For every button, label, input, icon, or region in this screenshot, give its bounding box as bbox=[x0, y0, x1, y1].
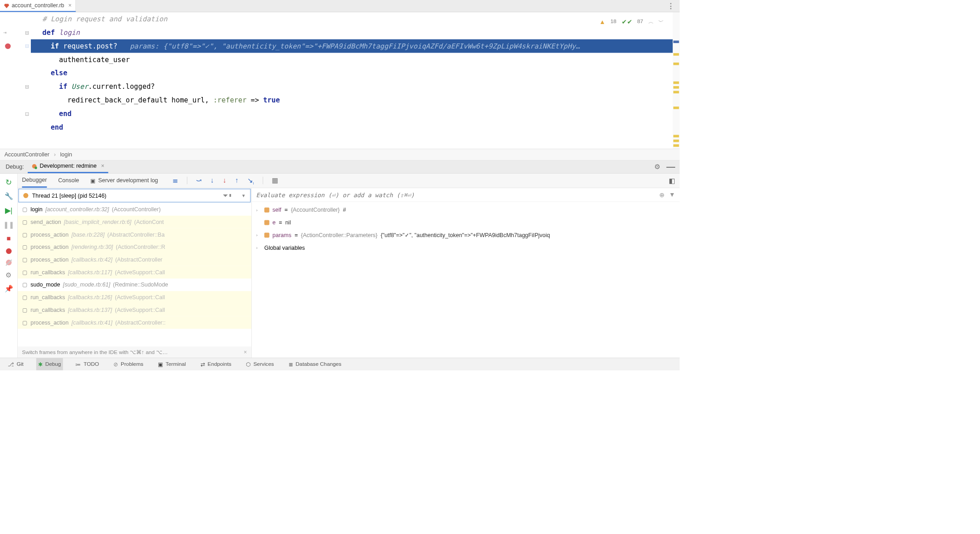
variable-row[interactable]: ›Global variables bbox=[252, 242, 680, 254]
variable-row[interactable]: ›params = {ActionController::Parameters}… bbox=[252, 229, 680, 242]
filter-icon[interactable]: ⏷▮ bbox=[222, 192, 232, 199]
next-highlight-icon[interactable]: ﹀ bbox=[658, 18, 664, 25]
show-execution-point-icon[interactable]: ≣ bbox=[172, 176, 178, 184]
mute-breakpoints-icon[interactable] bbox=[6, 260, 11, 265]
evaluate-expression-row: ⊕ ▼ bbox=[252, 188, 680, 202]
tab-server-log[interactable]: ▣Server development log bbox=[90, 174, 158, 188]
inline-variable-hint: params: {"utf8"=>"✓", "authenticity_toke… bbox=[130, 42, 580, 50]
evaluate-input[interactable] bbox=[256, 191, 655, 198]
pause-program-icon[interactable]: ❚❚ bbox=[3, 221, 15, 229]
sb-terminal[interactable]: ▣Terminal bbox=[156, 358, 188, 370]
frame-icon: ▢ bbox=[22, 282, 28, 288]
code-comment: # Login request and validation bbox=[42, 15, 167, 23]
editor-tab-bar: account_controller.rb × ⋮ bbox=[0, 0, 680, 12]
warning-icon: ▲ bbox=[599, 18, 606, 25]
debug-session-tab[interactable]: Development: redmine × bbox=[28, 160, 108, 173]
stack-frame[interactable]: ▢login [account_controller.rb:32] (Accou… bbox=[18, 203, 251, 216]
variables-pane: ⊕ ▼ ›self = {AccountController} #e = nil… bbox=[252, 188, 680, 358]
sb-debug[interactable]: ✱Debug bbox=[36, 358, 63, 370]
frame-icon: ▢ bbox=[22, 319, 28, 326]
close-session-icon[interactable]: × bbox=[101, 163, 104, 170]
step-out-icon[interactable]: ↑ bbox=[235, 176, 239, 184]
hide-panel-icon[interactable]: — bbox=[666, 162, 675, 172]
stack-frame[interactable]: ▢sudo_mode [sudo_mode.rb:61] (Redmine::S… bbox=[18, 278, 251, 291]
breadcrumb-method[interactable]: login bbox=[60, 151, 72, 158]
breakpoint-icon[interactable] bbox=[5, 43, 10, 49]
fold-end-icon[interactable]: ⊡ bbox=[25, 111, 29, 117]
sb-todo[interactable]: ≔TODO bbox=[74, 358, 101, 370]
settings-gear-icon[interactable]: ⚙ bbox=[654, 163, 661, 171]
stack-frame[interactable]: ▢process_action [base.rb:228] (AbstractC… bbox=[18, 228, 251, 241]
debug-tool-window-header: Debug: Development: redmine × ⚙ — bbox=[0, 160, 680, 174]
stack-frame[interactable]: ▢run_callbacks [callbacks.rb:117] (Activ… bbox=[18, 266, 251, 279]
debug-panel-body: ↻ 🔧 ▶| ❚❚ ■ ⚙ 📌 Debugger Console ▣Server… bbox=[0, 174, 680, 358]
layout-settings-icon[interactable]: ◧ bbox=[669, 176, 676, 184]
fold-icon[interactable]: ⊟ bbox=[25, 43, 29, 49]
structure-breadcrumb[interactable]: AccountController › login bbox=[0, 149, 680, 160]
stack-frame[interactable]: ▢process_action [callbacks.rb:41] (Abstr… bbox=[18, 316, 251, 329]
bug-icon: ✱ bbox=[38, 361, 43, 368]
error-stripe[interactable] bbox=[673, 12, 680, 149]
stack-frame[interactable]: ▢run_callbacks [callbacks.rb:137] (Activ… bbox=[18, 304, 251, 316]
close-tab-icon[interactable]: × bbox=[69, 2, 72, 9]
sb-database-changes[interactable]: ≣Database Changes bbox=[286, 358, 343, 370]
variable-row[interactable]: ›self = {AccountController} # bbox=[252, 204, 680, 216]
stack-frame[interactable]: ▢process_action [rendering.rb:30] (Actio… bbox=[18, 241, 251, 253]
prev-highlight-icon[interactable]: ︿ bbox=[648, 18, 654, 25]
debug-side-toolbar: ↻ 🔧 ▶| ❚❚ ■ ⚙ 📌 bbox=[0, 174, 18, 358]
view-breakpoints-icon[interactable] bbox=[6, 248, 11, 254]
modify-run-config-icon[interactable]: 🔧 bbox=[5, 192, 13, 200]
file-tab[interactable]: account_controller.rb × bbox=[0, 0, 76, 12]
code-editor[interactable]: ▲18 ✔✔87 ︿ ﹀ # Login request and validat… bbox=[0, 12, 680, 149]
rerun-icon[interactable]: ↻ bbox=[5, 178, 12, 187]
git-branch-icon: ⎇ bbox=[8, 361, 15, 368]
run-to-cursor-icon[interactable]: ↘I bbox=[247, 176, 254, 185]
dropdown-icon[interactable]: ▼ bbox=[241, 193, 246, 198]
sb-problems[interactable]: ⊘Problems bbox=[112, 358, 145, 370]
stack-frame[interactable]: ▢run_callbacks [callbacks.rb:126] (Activ… bbox=[18, 291, 251, 304]
variable-row[interactable]: e = nil bbox=[252, 216, 680, 229]
frames-list[interactable]: ▢login [account_controller.rb:32] (Accou… bbox=[18, 203, 251, 346]
file-tab-label: account_controller.rb bbox=[12, 2, 64, 9]
gutter-collapse-icon[interactable]: ⇥ bbox=[3, 30, 7, 35]
sb-services[interactable]: ⬡Services bbox=[244, 358, 276, 370]
frame-icon: ▢ bbox=[22, 294, 28, 301]
frame-icon: ▢ bbox=[22, 306, 28, 313]
sb-git[interactable]: ⎇Git bbox=[5, 358, 25, 370]
variables-list[interactable]: ›self = {AccountController} #e = nil›par… bbox=[252, 202, 680, 358]
fold-icon[interactable]: ⊟ bbox=[25, 83, 29, 89]
stop-program-icon[interactable]: ■ bbox=[6, 234, 10, 243]
step-over-icon[interactable]: ⤻ bbox=[196, 176, 201, 184]
stack-frame[interactable]: ▢process_action [callbacks.rb:42] (Abstr… bbox=[18, 253, 251, 266]
force-step-into-icon[interactable]: ↓ bbox=[223, 176, 226, 184]
fold-icon[interactable]: ⊟ bbox=[25, 29, 29, 35]
evaluate-expression-icon[interactable]: ▦ bbox=[272, 176, 279, 184]
tab-debugger[interactable]: Debugger bbox=[22, 174, 47, 188]
stack-frame[interactable]: ▢send_action [basic_implicit_render.rb:6… bbox=[18, 216, 251, 228]
close-tip-icon[interactable]: × bbox=[244, 349, 247, 355]
code-analysis-badges[interactable]: ▲18 ✔✔87 ︿ ﹀ bbox=[599, 18, 664, 26]
sb-endpoints[interactable]: ⇄Endpoints bbox=[198, 358, 233, 370]
thread-selector[interactable]: Thread 21 [sleep] (pid 52146) ⏷▮ ▼ bbox=[18, 189, 250, 203]
resume-program-icon[interactable]: ▶| bbox=[5, 206, 13, 215]
frame-icon: ▢ bbox=[22, 231, 28, 238]
tab-console[interactable]: Console bbox=[58, 174, 79, 188]
more-menu-icon[interactable]: ⋮ bbox=[667, 1, 674, 10]
variable-icon bbox=[265, 208, 270, 213]
step-into-icon[interactable]: ↓ bbox=[211, 176, 214, 184]
add-watch-icon[interactable]: ⊕ bbox=[659, 191, 665, 199]
debugger-sub-tabs: Debugger Console ▣Server development log… bbox=[18, 174, 680, 188]
svg-point-2 bbox=[34, 166, 37, 169]
debug-label: Debug: bbox=[2, 164, 28, 170]
ok-count: 87 bbox=[637, 19, 643, 25]
warning-count: 18 bbox=[610, 19, 616, 25]
debug-session-label: Development: redmine bbox=[39, 163, 97, 170]
watch-dropdown-icon[interactable]: ▼ bbox=[669, 191, 676, 199]
current-execution-line: if request.post? params: {"utf8"=>"✓", "… bbox=[31, 39, 680, 53]
frames-tip-text: Switch frames from anywhere in the IDE w… bbox=[22, 349, 168, 355]
pin-tab-icon[interactable]: 📌 bbox=[5, 285, 13, 293]
problems-icon: ⊘ bbox=[113, 361, 118, 368]
breadcrumb-class[interactable]: AccountController bbox=[5, 151, 49, 158]
debug-settings-icon[interactable]: ⚙ bbox=[5, 271, 12, 279]
frame-icon: ▢ bbox=[22, 243, 28, 250]
